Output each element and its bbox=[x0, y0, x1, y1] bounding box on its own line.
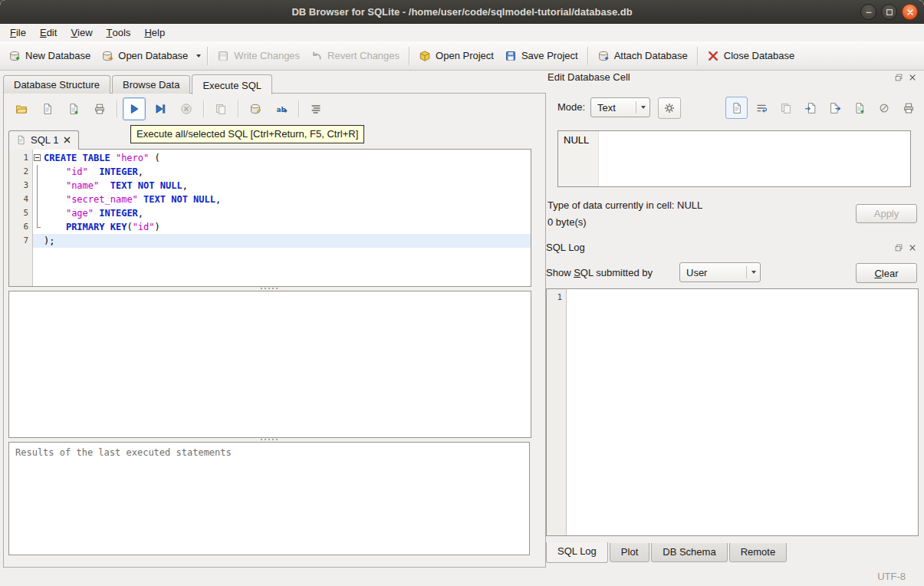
dock-tab-plot[interactable]: Plot bbox=[610, 543, 649, 562]
sql-tab-bar: SQL 1 bbox=[8, 129, 79, 149]
line-number: 2 bbox=[9, 165, 32, 179]
toolbar-separator bbox=[587, 47, 588, 65]
titlebar[interactable]: DB Browser for SQLite - /home/user/code/… bbox=[0, 0, 924, 24]
export-results-button[interactable] bbox=[244, 97, 267, 120]
float-dock-icon[interactable] bbox=[893, 242, 903, 252]
mode-select[interactable]: Text bbox=[590, 97, 650, 117]
close-dock-icon[interactable] bbox=[907, 72, 917, 82]
results-grid bbox=[8, 291, 531, 438]
tooltip: Execute all/selected SQL [Ctrl+Return, F… bbox=[130, 125, 364, 143]
menu-file[interactable]: File bbox=[3, 24, 33, 41]
print-button[interactable] bbox=[88, 97, 111, 120]
save-sql-as-button[interactable] bbox=[62, 97, 85, 120]
tab-database-structure[interactable]: Database Structure bbox=[3, 75, 110, 94]
mode-label: Mode: bbox=[557, 101, 585, 113]
menubar: FileEditViewToolsHelp bbox=[0, 24, 924, 41]
cell-settings-button[interactable] bbox=[658, 97, 681, 119]
code-line[interactable]: "age" INTEGER, bbox=[33, 206, 531, 220]
cell-editor[interactable]: NULL bbox=[557, 130, 911, 187]
code-line[interactable]: ); bbox=[33, 234, 531, 248]
dock-tab-sql-log[interactable]: SQL Log bbox=[546, 542, 608, 563]
sql-editor[interactable]: 1234567 CREATE TABLE "hero" ( "id" INTEG… bbox=[8, 149, 531, 287]
code-line[interactable]: CREATE TABLE "hero" ( bbox=[33, 151, 531, 165]
tab-browse-data[interactable]: Browse Data bbox=[112, 75, 190, 94]
code-line[interactable]: "name" TEXT NOT NULL, bbox=[33, 179, 531, 193]
close-dock-icon[interactable] bbox=[907, 242, 917, 252]
menu-edit[interactable]: Edit bbox=[33, 24, 64, 41]
import-data-button[interactable] bbox=[799, 97, 821, 119]
encoding-status: UTF-8 bbox=[877, 571, 906, 582]
save-sql-file-button[interactable] bbox=[36, 97, 59, 120]
revert-changes-button[interactable]: Revert Changes bbox=[305, 45, 405, 67]
sql-log-area[interactable]: 1 bbox=[546, 288, 919, 536]
dock-tab-remote[interactable]: Remote bbox=[729, 543, 788, 562]
code-line[interactable]: "secret_name" TEXT NOT NULL, bbox=[33, 193, 531, 206]
export-data-button[interactable] bbox=[824, 97, 846, 119]
toolbar-label: Save Project bbox=[521, 50, 578, 61]
open-sql-file-button[interactable] bbox=[10, 97, 33, 120]
save-as-button[interactable] bbox=[848, 97, 870, 119]
new-database-button[interactable]: New Database bbox=[3, 45, 96, 67]
code-area[interactable]: CREATE TABLE "hero" ( "id" INTEGER, "nam… bbox=[33, 150, 531, 286]
db-open-icon bbox=[101, 50, 113, 62]
code-line[interactable]: "id" INTEGER, bbox=[33, 165, 531, 179]
code-text: ); bbox=[44, 234, 54, 248]
text-view-button[interactable] bbox=[725, 97, 748, 119]
close-database-icon bbox=[707, 50, 719, 62]
code-line[interactable]: PRIMARY KEY("id") bbox=[33, 220, 531, 234]
sql-log-dock-buttons bbox=[893, 242, 917, 252]
fold-toggle-icon[interactable] bbox=[33, 151, 44, 165]
log-line-number: 1 bbox=[547, 289, 567, 535]
menu-view[interactable]: View bbox=[64, 24, 99, 41]
code-text: PRIMARY KEY("id") bbox=[44, 220, 160, 234]
save-results-button[interactable] bbox=[209, 97, 232, 120]
main-tab-bar: Database StructureBrowse DataExecute SQL bbox=[3, 74, 274, 94]
toolbar-label: Write Changes bbox=[234, 50, 300, 61]
window-controls bbox=[860, 4, 918, 20]
fold-guide bbox=[33, 206, 44, 220]
attach-database-button[interactable]: Attach Database bbox=[592, 45, 693, 67]
cell-edit-toolbar bbox=[725, 97, 920, 119]
open-project-button[interactable]: Open Project bbox=[413, 45, 499, 67]
minimize-button[interactable] bbox=[860, 4, 876, 20]
copy-cell-button[interactable] bbox=[774, 97, 797, 119]
toolbar-separator bbox=[203, 100, 204, 117]
fold-guide bbox=[33, 193, 44, 206]
stop-button[interactable] bbox=[175, 97, 198, 120]
apply-button[interactable]: Apply bbox=[856, 204, 917, 223]
close-button[interactable] bbox=[902, 4, 918, 20]
dock-tab-db-schema[interactable]: DB Schema bbox=[651, 543, 727, 562]
toolbar-separator bbox=[697, 47, 698, 65]
sql-log-filter-label: Show SQL submitted by bbox=[546, 267, 653, 278]
set-null-button[interactable] bbox=[873, 97, 895, 119]
toolbar-separator bbox=[207, 47, 208, 65]
execute-all-button[interactable] bbox=[123, 97, 146, 120]
save-project-button[interactable]: Save Project bbox=[499, 45, 584, 67]
open-database-button[interactable]: Open Database bbox=[96, 45, 193, 67]
clear-log-button[interactable]: Clear bbox=[856, 263, 917, 283]
menu-help[interactable]: Help bbox=[137, 24, 172, 41]
float-dock-icon[interactable] bbox=[893, 72, 903, 82]
sql-tab[interactable]: SQL 1 bbox=[8, 130, 79, 150]
write-changes-button[interactable]: Write Changes bbox=[212, 45, 305, 67]
line-number: 4 bbox=[9, 193, 32, 206]
cell-size-info: 0 byte(s) bbox=[547, 216, 587, 228]
find-replace-button[interactable]: ab bbox=[270, 97, 293, 120]
sql-log-filter-select[interactable]: User bbox=[679, 262, 761, 282]
toolbar-label: Open Database bbox=[118, 50, 188, 61]
tab-execute-sql[interactable]: Execute SQL bbox=[192, 74, 272, 94]
format-sql-button[interactable] bbox=[304, 97, 327, 120]
main-toolbar: New DatabaseOpen DatabaseWrite ChangesRe… bbox=[0, 41, 924, 71]
toolbar-label: Close Database bbox=[724, 50, 795, 61]
word-wrap-button[interactable] bbox=[750, 97, 772, 119]
close-tab-icon[interactable] bbox=[63, 136, 71, 144]
splitter-handle[interactable] bbox=[8, 436, 530, 442]
menu-tools[interactable]: Tools bbox=[100, 24, 138, 41]
open-database-dropdown[interactable] bbox=[193, 46, 203, 66]
print-cell-button[interactable] bbox=[897, 97, 919, 119]
maximize-button[interactable] bbox=[881, 4, 897, 20]
fold-guide bbox=[33, 165, 44, 179]
close-database-button[interactable]: Close Database bbox=[702, 45, 801, 67]
toolbar-separator bbox=[238, 100, 238, 117]
execute-line-button[interactable] bbox=[149, 97, 172, 120]
